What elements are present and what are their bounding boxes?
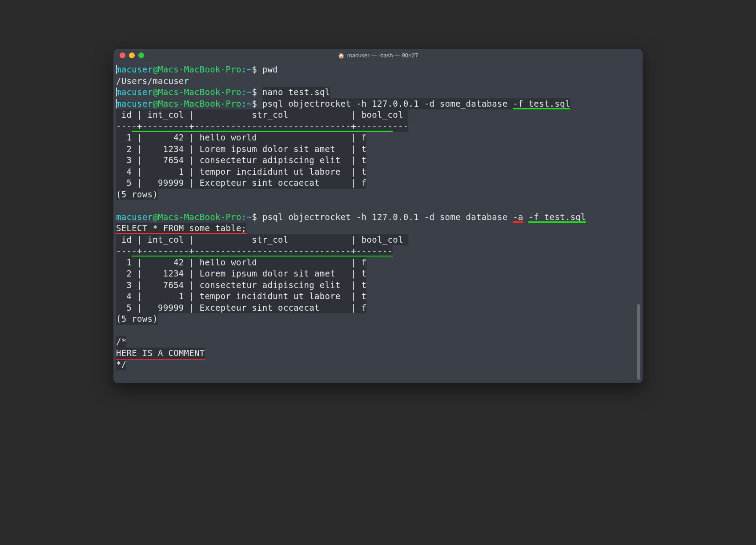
comment-body: HERE IS A COMMENT [116,348,205,359]
home-icon: 🏠 [338,52,345,59]
prompt-host: Macs-MacBook-Pro [158,99,241,108]
table-row: 5 | 99999 | Excepteur sint occaecat | f [116,177,366,189]
psql2-space [523,212,529,222]
psql2-pre: psql objectrocket -h 127.0.0.1 -d some_d… [262,212,513,222]
titlebar[interactable]: 🏠 macuser — -bash — 90×27 [113,49,643,62]
rule-pre: --- [116,246,132,256]
comment-open: /* [116,336,126,348]
prompt-host: Macs-MacBook-Pro [158,87,241,97]
select-stmt-text: SELECT * FROM some_table; [116,223,246,233]
close-icon[interactable] [120,52,125,58]
rule-post: --- [393,121,408,131]
prompt-user: macuser [116,99,153,108]
table-row: 4 | 1 | tempor incididunt ut labore | t [116,166,366,178]
table-header: id | int_col | str_col | bool_col [116,234,408,246]
prompt-dollar: $ [252,87,262,97]
prompt-path: ~ [247,99,252,108]
select-stmt: SELECT * FROM some_table; [116,223,246,234]
prompt-host: Macs-MacBook-Pro [158,212,241,222]
minimize-icon[interactable] [129,52,135,58]
terminal-window: 🏠 macuser — -bash — 90×27 macuser@Macs-M… [113,49,643,383]
prompt-colon: : [241,64,247,74]
psql1-flag-f: -f test.sql [513,99,570,108]
table-row: 1 | 42 | hello world | f [116,257,366,268]
psql1-pre: psql objectrocket -h 127.0.0.1 -d some_d… [262,99,513,108]
rule-mid: -+---------+----------------------------… [132,121,393,131]
prompt-colon: : [241,87,247,97]
table-row: 3 | 7654 | consectetur adipiscing elit |… [116,280,366,291]
prompt-user: macuser [116,64,153,74]
window-title-text: macuser — -bash — 90×27 [347,52,418,59]
prompt-at: @ [153,212,158,222]
prompt-dollar: $ [252,64,262,74]
prompt-path: ~ [247,87,252,97]
window-title: 🏠 macuser — -bash — 90×27 [113,52,643,59]
prompt-user: macuser [116,87,153,97]
psql2-flag-a: -a [513,212,523,222]
psql2-flag-f: -f test.sql [528,212,586,222]
table-row: 3 | 7654 | consectetur adipiscing elit |… [116,155,366,166]
table-rule: ----+---------+-------------------------… [116,245,393,257]
prompt-dollar: $ [252,212,262,222]
cmd-nano: nano test.sql [262,87,330,98]
cmd-pwd: pwd [262,64,278,74]
cmd-psql1: psql objectrocket -h 127.0.0.1 -d some_d… [262,98,571,110]
traffic-lights [113,52,144,58]
rows-footer: (5 rows) [116,189,158,200]
table-row: 2 | 1234 | Lorem ipsum dolor sit amet | … [116,144,366,155]
table-row: 4 | 1 | tempor incididunt ut labore | t [116,291,366,302]
prompt-host: Macs-MacBook-Pro [158,64,241,74]
prompt-user: macuser [116,212,153,222]
zoom-icon[interactable] [138,52,144,58]
table-header: id | int_col | str_col | bool_col [116,109,408,121]
prompt-path: ~ [247,64,252,74]
table-row: 5 | 99999 | Excepteur sint occaecat | f [116,302,366,314]
rule-pre: --- [116,121,132,131]
table-row: 1 | 42 | hello world | f [116,132,366,144]
rule-mid: -+---------+----------------------------… [132,246,393,256]
comment-close: */ [116,359,126,370]
prompt-colon: : [241,212,247,222]
rows-footer: (5 rows) [116,313,158,325]
pwd-output: /Users/macuser [116,76,189,86]
scrollbar-thumb[interactable] [637,304,640,380]
table-row: 2 | 1234 | Lorem ipsum dolor sit amet | … [116,268,366,280]
prompt-at: @ [153,99,158,108]
prompt-dollar: $ [252,99,262,108]
cmd-psql2: psql objectrocket -h 127.0.0.1 -d some_d… [262,212,586,222]
prompt-at: @ [153,64,158,74]
scrollbar[interactable] [635,78,642,380]
terminal-body[interactable]: macuser@Macs-MacBook-Pro:~$ pwd /Users/m… [113,62,643,383]
prompt-colon: : [241,99,247,108]
prompt-path: ~ [247,212,252,222]
prompt-at: @ [153,87,158,97]
table-rule: ----+---------+-------------------------… [116,121,408,132]
